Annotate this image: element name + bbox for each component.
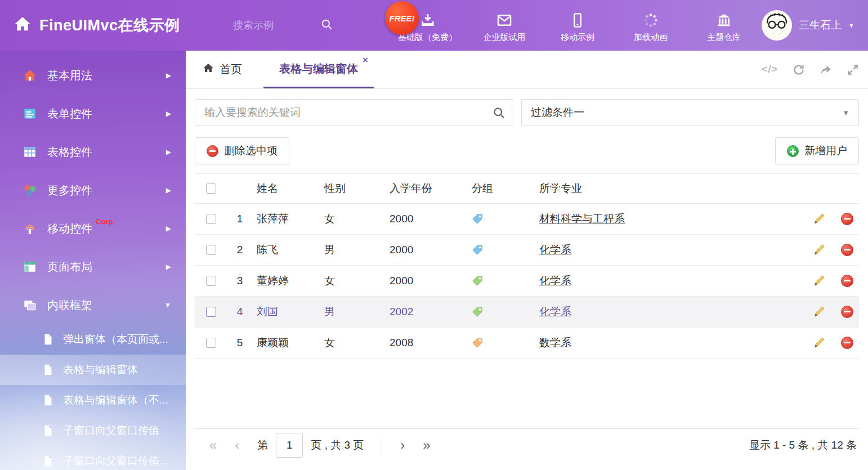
keyword-search-input[interactable] — [195, 99, 513, 126]
nav-loading-animation[interactable]: 加载动画 — [625, 12, 677, 43]
table-icon — [23, 145, 37, 159]
cell-gender: 女 — [320, 274, 385, 288]
nav-enterprise-trial[interactable]: 企业版试用 — [478, 12, 530, 43]
major-link[interactable]: 材料科学与工程系 — [539, 213, 625, 225]
search-icon[interactable] — [493, 106, 505, 122]
delete-icon[interactable] — [841, 275, 853, 287]
nav-theme-store[interactable]: 主题仓库 — [698, 12, 750, 43]
table-header-row: 姓名 性别 入学年份 分组 所学专业 — [195, 173, 859, 204]
tag-icon — [472, 337, 483, 348]
major-link[interactable]: 化学系 — [539, 306, 571, 317]
sidebar-item-iframe[interactable]: 内联框架 ▼ — [0, 286, 186, 324]
mobile-signal-icon — [23, 221, 37, 236]
table-row[interactable]: 2 陈飞 男 2000 化学系 — [195, 235, 859, 266]
row-index: 2 — [227, 244, 252, 256]
table-row-selected[interactable]: 4 刘国 男 2002 化学系 — [195, 297, 859, 328]
grid-toolbar: 删除选中项 新增用户 — [186, 133, 868, 173]
cell-year: 2002 — [385, 306, 467, 318]
delete-icon[interactable] — [841, 337, 853, 349]
table-row[interactable]: 3 董婷婷 女 2000 化学系 — [195, 266, 859, 297]
header-search — [233, 18, 354, 33]
tab-label: 表格与编辑窗体 — [279, 61, 358, 77]
expand-icon[interactable] — [847, 64, 859, 76]
table-row[interactable]: 5 康颖颖 女 2008 数学系 — [195, 328, 859, 359]
tag-icon — [472, 306, 483, 317]
pagination-bar: « ‹ 第 页 , 共 3 页 › » 显示 1 - 5 条 , 共 12 条 — [195, 428, 859, 461]
row-checkbox[interactable] — [206, 307, 216, 317]
add-user-button[interactable]: 新增用户 — [775, 137, 859, 164]
nav-mobile-demo[interactable]: 移动示例 — [552, 12, 603, 43]
column-header-year: 入学年份 — [385, 181, 467, 196]
delete-icon[interactable] — [841, 213, 853, 225]
app-window: FineUIMvc在线示例 FREE! 基础版（免费） 企业版试用 — [0, 0, 868, 470]
edit-icon[interactable] — [813, 213, 825, 225]
row-checkbox[interactable] — [206, 276, 216, 286]
row-checkbox[interactable] — [206, 245, 216, 255]
share-icon[interactable] — [820, 64, 832, 76]
source-code-icon[interactable]: </> — [762, 64, 778, 75]
sidebar-subitem-label: 子窗口向父窗口传值 — [63, 423, 159, 438]
sidebar-item-label: 表单控件 — [47, 106, 92, 122]
page-suffix-label: 页 , 共 3 页 — [311, 438, 364, 453]
delete-icon[interactable] — [841, 306, 853, 318]
sidebar-subitem-child-to-parent-2[interactable]: 子窗口向父窗口传值... — [0, 446, 186, 470]
edit-icon[interactable] — [813, 306, 825, 318]
sidebar-item-label: 更多控件 — [47, 183, 92, 198]
filter-dropdown-value: 过滤条件一 — [531, 105, 584, 120]
cell-name: 刘国 — [252, 305, 320, 319]
layout-icon — [23, 259, 37, 274]
caret-down-icon: ▼ — [842, 109, 849, 117]
home-icon — [203, 62, 214, 77]
nav-label: 加载动画 — [634, 32, 668, 43]
plus-circle-icon — [787, 145, 799, 157]
sidebar-subitem-child-to-parent[interactable]: 子窗口向父窗口传值 — [0, 415, 186, 446]
column-header-major: 所学专业 — [535, 181, 796, 196]
caret-down-icon[interactable]: ▼ — [848, 22, 854, 29]
sidebar-item-more-controls[interactable]: 更多控件 ▶ — [0, 171, 186, 209]
row-checkbox[interactable] — [206, 338, 216, 348]
blocks-icon — [23, 183, 37, 198]
sidebar-subitem-grid-edit-window[interactable]: 表格与编辑窗体 — [0, 355, 186, 385]
chevron-right-icon: ▶ — [166, 71, 171, 79]
search-icon[interactable] — [320, 18, 333, 33]
tab-home[interactable]: 首页 — [195, 51, 250, 88]
page-number-input[interactable] — [276, 433, 303, 458]
sidebar-item-page-layout[interactable]: 页面布局 ▶ — [0, 248, 186, 286]
filter-dropdown[interactable]: 过滤条件一 ▼ — [521, 99, 859, 126]
next-page-button[interactable]: › — [400, 438, 405, 452]
delete-selected-button[interactable]: 删除选中项 — [195, 137, 289, 164]
close-icon[interactable]: × — [363, 55, 368, 65]
major-link[interactable]: 化学系 — [539, 244, 571, 256]
major-link[interactable]: 数学系 — [539, 337, 571, 348]
nav-label: 主题仓库 — [707, 32, 741, 43]
sidebar-item-grid-controls[interactable]: 表格控件 ▶ — [0, 133, 186, 171]
edit-icon[interactable] — [813, 244, 825, 256]
sidebar-item-form-controls[interactable]: 表单控件 ▶ — [0, 95, 186, 133]
edit-icon[interactable] — [813, 275, 825, 287]
table-row[interactable]: 1 张萍萍 女 2000 材料科学与工程系 — [195, 204, 859, 235]
first-page-button[interactable]: « — [209, 438, 217, 452]
last-page-button[interactable]: » — [423, 438, 430, 452]
data-table: 姓名 性别 入学年份 分组 所学专业 1 张萍萍 女 2000 材料科学与工程系 — [195, 173, 859, 428]
cell-gender: 男 — [320, 305, 385, 319]
select-all-checkbox[interactable] — [206, 183, 216, 194]
edit-icon[interactable] — [813, 337, 825, 349]
page-prefix-label: 第 — [257, 438, 268, 453]
sidebar-item-basic-usage[interactable]: 基本用法 ▶ — [0, 56, 186, 95]
refresh-icon[interactable] — [793, 64, 805, 76]
row-checkbox[interactable] — [206, 214, 216, 224]
sidebar-subitem-grid-edit-window-2[interactable]: 表格与编辑窗体（不... — [0, 385, 186, 415]
brand[interactable]: FineUIMvc在线示例 — [14, 15, 233, 35]
page-icon — [42, 455, 54, 467]
sidebar-item-mobile-controls[interactable]: 移动控件 Corp. ▶ — [0, 209, 186, 248]
user-menu[interactable]: 三生石上 ▼ — [762, 10, 854, 41]
delete-icon[interactable] — [841, 244, 853, 256]
page-number-group: 第 页 , 共 3 页 — [257, 433, 364, 458]
tab-grid-edit-window[interactable]: 表格与编辑窗体 × — [263, 51, 374, 88]
sidebar-subitem-popup-window[interactable]: 弹出窗体（本页面或... — [0, 324, 186, 355]
header-search-input[interactable] — [233, 20, 320, 32]
prev-page-button[interactable]: ‹ — [235, 438, 239, 452]
avatar[interactable] — [762, 10, 792, 41]
tab-toolbar: </> — [762, 51, 859, 88]
major-link[interactable]: 化学系 — [539, 275, 571, 287]
